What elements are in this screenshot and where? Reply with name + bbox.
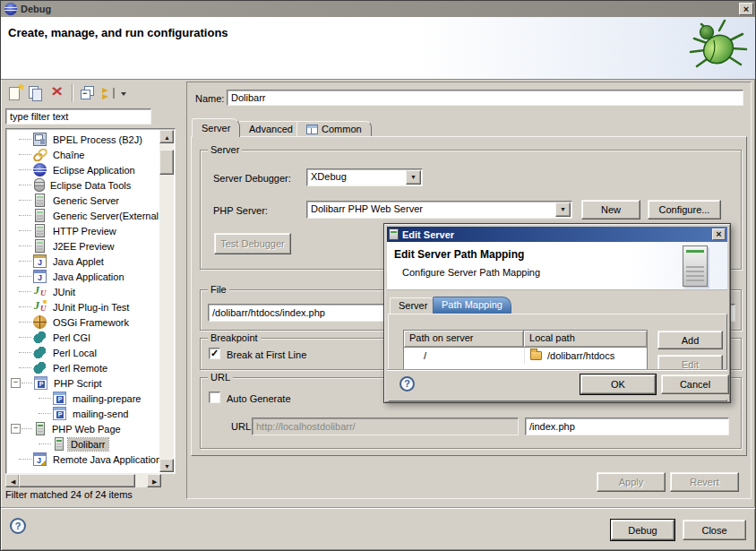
tree-item[interactable]: Eclipse Data Tools xyxy=(7,177,159,193)
tree-item[interactable]: JUnit xyxy=(7,284,159,299)
junit-icon xyxy=(33,285,47,298)
dialog-tab-server[interactable]: Server xyxy=(390,297,436,314)
tree-item[interactable]: Java Applet xyxy=(7,254,159,269)
folder-icon xyxy=(530,351,542,360)
configure-server-button[interactable]: Configure... xyxy=(648,200,721,220)
tree-item[interactable]: mailing-prepare xyxy=(7,391,159,406)
auto-generate-label: Auto Generate xyxy=(227,393,291,404)
database-icon xyxy=(34,178,45,192)
delete-icon[interactable] xyxy=(50,85,66,101)
tree-item[interactable]: JUnit Plug-in Test xyxy=(7,299,159,314)
tree-item[interactable]: Perl Local xyxy=(7,345,159,360)
php-server-select[interactable]: Dolibarr PHP Web Server xyxy=(306,201,572,219)
scrollbar-thumb[interactable] xyxy=(159,150,174,175)
dialog-help-icon[interactable]: ? xyxy=(399,376,415,392)
tree-item[interactable]: Generic Server xyxy=(7,193,159,208)
debug-configurations-window: Debug × Create, manage, and run configur… xyxy=(0,0,756,551)
expander-icon[interactable] xyxy=(11,424,21,434)
table-row[interactable]: / /dolibarr/htdocs xyxy=(404,348,647,364)
expander-icon[interactable] xyxy=(11,378,21,388)
close-button[interactable]: Close xyxy=(683,520,746,540)
tree-item[interactable]: BPEL Process (B2J) xyxy=(7,132,159,147)
scroll-right-icon[interactable] xyxy=(147,474,161,487)
chevron-down-icon[interactable] xyxy=(555,202,571,217)
scroll-up-icon[interactable] xyxy=(159,130,174,143)
tree-item[interactable]: OSGi Framework xyxy=(7,314,159,330)
php-script-icon xyxy=(34,376,47,390)
tree-item[interactable]: J2EE Preview xyxy=(7,238,159,254)
server-icon xyxy=(35,224,45,237)
tree-item[interactable]: PHP Web Page xyxy=(7,421,159,436)
name-input[interactable] xyxy=(227,90,743,106)
scrollbar-corner xyxy=(161,474,176,487)
java-application-icon xyxy=(33,270,47,283)
tab-common[interactable]: Common xyxy=(296,121,372,137)
filter-configurations-icon[interactable] xyxy=(100,85,116,101)
new-server-button[interactable]: New xyxy=(581,200,640,220)
apply-button: Apply xyxy=(597,472,666,492)
auto-generate-checkbox[interactable] xyxy=(209,392,220,403)
duplicate-icon[interactable] xyxy=(28,85,44,101)
view-menu-caret-icon[interactable] xyxy=(120,85,129,101)
window-close-button[interactable]: × xyxy=(739,3,753,15)
url-path-input[interactable] xyxy=(525,418,729,435)
break-first-line-label: Break at First Line xyxy=(227,349,306,360)
new-configuration-icon[interactable] xyxy=(7,85,23,101)
dialog-close-button[interactable]: × xyxy=(712,228,726,240)
tree-item[interactable]: Eclipse Application xyxy=(7,162,159,177)
tree-item[interactable]: mailing-send xyxy=(7,406,159,421)
php-web-page-icon xyxy=(36,422,45,435)
remote-java-icon xyxy=(33,452,47,466)
tab-advanced[interactable]: Advanced xyxy=(239,121,303,137)
break-first-line-checkbox[interactable]: ✓ xyxy=(209,348,220,359)
revert-button: Revert xyxy=(670,472,739,492)
bpel-process-icon xyxy=(33,133,47,146)
dialog-header: Edit Server Path Mapping Configure Serve… xyxy=(387,242,727,290)
server-debugger-select[interactable]: XDebug xyxy=(306,168,423,186)
tree-item[interactable]: Chaîne xyxy=(7,147,159,162)
tree-item[interactable]: Remote Java Application xyxy=(7,452,159,467)
tree-item[interactable]: PHP Script xyxy=(7,375,159,391)
chevron-down-icon[interactable] xyxy=(406,170,421,185)
scroll-left-icon[interactable] xyxy=(5,474,20,487)
footer-separator xyxy=(1,507,756,509)
column-header-local-path[interactable]: Local path xyxy=(524,331,647,348)
dialog-titlebar: Edit Server × xyxy=(387,227,727,242)
ok-button[interactable]: OK xyxy=(580,375,656,394)
server-icon xyxy=(35,194,45,207)
url-group-title: URL xyxy=(208,372,233,383)
tree-item[interactable]: Java Application xyxy=(7,269,159,284)
window-title: Debug xyxy=(21,4,51,14)
perl-icon xyxy=(33,331,47,344)
server-icon xyxy=(389,228,399,240)
tree-item[interactable]: Generic Server(External La xyxy=(7,208,159,223)
dialog-footer: ? OK Cancel xyxy=(387,369,727,400)
banner: Create, manage, and run configurations xyxy=(1,17,756,80)
filter-input[interactable] xyxy=(5,108,151,125)
edit-server-dialog: Edit Server × Edit Server Path Mapping C… xyxy=(383,223,731,403)
tab-server[interactable]: Server xyxy=(192,118,240,137)
table-icon xyxy=(306,125,318,134)
server-icon xyxy=(35,239,45,253)
dialog-subheading: Configure Server Path Mapping xyxy=(402,267,540,278)
column-header-path-on-server[interactable]: Path on server xyxy=(404,331,524,348)
cancel-button[interactable]: Cancel xyxy=(661,375,729,394)
debug-button[interactable]: Debug xyxy=(611,520,674,540)
dialog-tab-path-mapping[interactable]: Path Mapping xyxy=(433,297,511,314)
dialog-title: Edit Server xyxy=(402,229,454,240)
server-debugger-label: Server Debugger: xyxy=(213,173,291,184)
tree-item[interactable]: Perl CGI xyxy=(7,330,159,345)
collapse-all-icon[interactable] xyxy=(80,85,96,101)
tree-item[interactable]: HTTP Preview xyxy=(7,223,159,238)
scrollbar-thumb[interactable] xyxy=(19,474,135,487)
scroll-down-icon[interactable] xyxy=(159,459,174,472)
checkmark-icon: ✓ xyxy=(210,348,219,358)
toolbar-separator xyxy=(72,84,73,102)
server-group-title: Server xyxy=(208,144,242,155)
tree-item[interactable]: Perl Remote xyxy=(7,360,159,375)
help-icon[interactable]: ? xyxy=(10,518,26,534)
window-titlebar: Debug × xyxy=(1,1,756,17)
perl-icon xyxy=(33,346,47,359)
tree-item-selected[interactable]: Dolibarr xyxy=(7,436,159,452)
add-mapping-button[interactable]: Add xyxy=(657,331,723,349)
